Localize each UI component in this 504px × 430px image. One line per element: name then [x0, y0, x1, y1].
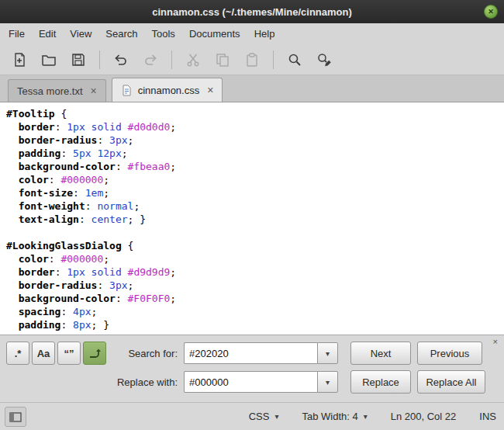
whole-word-toggle[interactable]: “” [57, 342, 81, 365]
code-line: text-align: center; } [6, 213, 504, 226]
close-icon: ✕ [488, 9, 494, 16]
redo-icon [143, 52, 158, 68]
menu-item-file[interactable]: File [2, 25, 32, 43]
paste-clipboard-icon [244, 52, 260, 68]
previous-button[interactable]: Previous [417, 342, 482, 365]
replace-history-dropdown[interactable]: ▾ [317, 371, 338, 393]
tab-width-selector[interactable]: Tab Width: 4 ▾ [302, 411, 367, 422]
wrap-around-toggle[interactable] [83, 342, 106, 365]
tab-label: cinnamon.css [138, 85, 199, 96]
chevron-down-icon: ▾ [364, 412, 368, 421]
css-file-icon [121, 85, 133, 96]
tab-width-value: Tab Width: 4 [302, 411, 357, 422]
code-line: border-radius: 3px; [6, 134, 504, 147]
side-pane-icon [9, 411, 22, 423]
code-line: color: #000000; [6, 173, 504, 186]
side-pane-toggle-button[interactable] [5, 407, 26, 427]
tab-close-icon[interactable]: × [207, 85, 213, 95]
wrap-around-icon [88, 346, 102, 360]
editor-area[interactable]: #Tooltip { border: 1px solid #d0d0d0; bo… [0, 102, 504, 335]
undo-icon [113, 52, 129, 68]
editor-code: #Tooltip { border: 1px solid #d0d0d0; bo… [6, 107, 504, 331]
menu-item-search[interactable]: Search [98, 25, 144, 43]
open-button[interactable] [36, 47, 61, 72]
tabbar: Tessa more.txt × cinnamon.css × [0, 75, 504, 102]
code-line: spacing: 4px; [6, 305, 504, 318]
menu-item-help[interactable]: Help [247, 25, 282, 43]
code-line: border: 1px solid #d9d9d9; [6, 265, 504, 279]
search-for-label: Search for: [106, 348, 184, 359]
code-line: font-weight: normal; [6, 199, 504, 213]
tab-label: Tessa more.txt [17, 85, 83, 97]
toolbar [0, 44, 504, 75]
chevron-down-icon: ▾ [326, 349, 330, 358]
code-line: padding: 8px; } [6, 318, 504, 331]
chevron-down-icon: ▾ [326, 378, 330, 387]
open-folder-icon [41, 52, 57, 68]
toolbar-separator [171, 50, 172, 69]
code-line: #Tooltip { [6, 107, 504, 120]
menubar: File Edit View Search Tools Documents He… [0, 23, 504, 44]
replace-with-label: Replace with: [106, 376, 184, 388]
code-line: color: #000000; [6, 252, 504, 265]
cursor-position: Ln 200, Col 22 [391, 411, 457, 422]
search-replace-button[interactable] [312, 47, 337, 72]
paste-button[interactable] [240, 47, 264, 72]
match-case-toggle[interactable]: Aa [32, 342, 55, 365]
search-replace-icon [316, 52, 332, 68]
next-button[interactable]: Next [350, 342, 411, 365]
menu-item-documents[interactable]: Documents [182, 25, 247, 43]
search-toggles: .* Aa “” [6, 342, 106, 365]
code-line: font-size: 1em; [6, 186, 504, 199]
toolbar-separator [273, 50, 274, 69]
search-magnifier-icon [287, 52, 302, 68]
code-line [6, 226, 504, 239]
app-window: cinnamon.css (~/.themes/Mine/cinnamon) ✕… [0, 0, 504, 430]
redo-button[interactable] [138, 47, 163, 72]
tab-close-icon[interactable]: × [91, 85, 97, 96]
menu-item-edit[interactable]: Edit [32, 25, 63, 43]
cut-scissors-icon [185, 52, 201, 68]
language-value: CSS [249, 411, 270, 422]
copy-button[interactable] [210, 47, 235, 72]
replace-button[interactable]: Replace [350, 370, 411, 394]
code-line: background-color: #fbeaa0; [6, 160, 504, 173]
chevron-down-icon: ▾ [274, 412, 278, 421]
statusbar-right: CSS ▾ Tab Width: 4 ▾ Ln 200, Col 22 INS [249, 411, 496, 422]
menu-item-view[interactable]: View [63, 25, 98, 43]
tab-tessa-more-txt[interactable]: Tessa more.txt × [8, 79, 106, 102]
window-close-button[interactable]: ✕ [484, 5, 498, 19]
replace-input[interactable] [184, 371, 317, 393]
search-history-dropdown[interactable]: ▾ [317, 342, 338, 364]
code-line: #LookingGlassDialog { [6, 239, 504, 252]
code-line: border-radius: 3px; [6, 279, 504, 292]
statusbar: CSS ▾ Tab Width: 4 ▾ Ln 200, Col 22 INS [0, 402, 504, 430]
window-title: cinnamon.css (~/.themes/Mine/cinnamon) [152, 6, 352, 18]
replace-all-button[interactable]: Replace All [417, 370, 485, 394]
search-panel-close-icon[interactable]: × [491, 336, 500, 348]
new-document-button[interactable] [7, 47, 32, 72]
replace-row: Replace with: ▾ Replace Replace All [6, 369, 498, 394]
save-button[interactable] [66, 47, 91, 72]
new-document-icon [12, 52, 27, 68]
toolbar-separator [99, 50, 100, 69]
titlebar[interactable]: cinnamon.css (~/.themes/Mine/cinnamon) ✕ [0, 0, 504, 23]
regex-toggle[interactable]: .* [6, 342, 29, 365]
code-line: padding: 5px 12px; [6, 147, 504, 160]
language-selector[interactable]: CSS ▾ [249, 411, 279, 422]
search-row: .* Aa “” Search for: ▾ Next Previous [6, 341, 498, 366]
code-line: background-color: #F0F0F0; [6, 292, 504, 305]
search-button[interactable] [282, 47, 307, 72]
code-line: border: 1px solid #d0d0d0; [6, 120, 504, 134]
copy-icon [215, 52, 230, 68]
cut-button[interactable] [181, 47, 205, 72]
search-panel: × .* Aa “” Search for: ▾ Next Previous [0, 335, 504, 402]
tab-cinnamon-css[interactable]: cinnamon.css × [112, 78, 223, 102]
menu-item-tools[interactable]: Tools [145, 25, 182, 43]
search-input[interactable] [184, 342, 317, 364]
input-mode: INS [479, 411, 496, 422]
undo-button[interactable] [109, 47, 133, 72]
save-icon [71, 52, 86, 68]
